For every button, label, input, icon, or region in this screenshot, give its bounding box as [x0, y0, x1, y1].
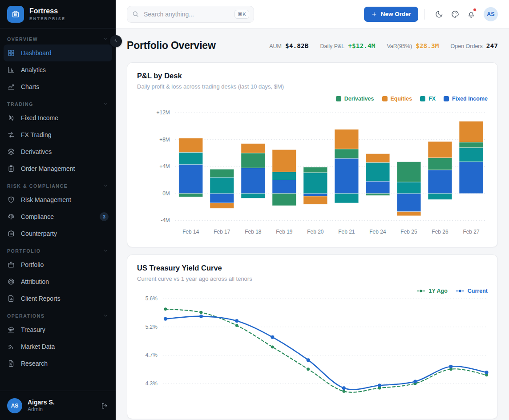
sidebar-item-label: Analytics: [21, 66, 46, 73]
pnl-legend: Derivatives Equities FX Fixed Income: [137, 96, 488, 102]
yield-card: US Treasury Yield Curve Current curve vs…: [127, 254, 498, 419]
svg-text:+12M: +12M: [157, 109, 170, 116]
svg-text:Feb 17: Feb 17: [214, 229, 230, 235]
sidebar-item-compliance[interactable]: Compliance3: [4, 208, 112, 225]
pnl-card: P&L by Desk Daily profit & loss across t…: [127, 62, 498, 247]
legend-item-equities: Equities: [382, 96, 412, 102]
bar-chart-icon: [7, 66, 15, 74]
sidebar-item-research[interactable]: Research: [4, 355, 112, 372]
svg-text:Feb 27: Feb 27: [463, 229, 480, 235]
sidebar-item-label: Client Reports: [21, 295, 61, 302]
section-header-trading[interactable]: TRADING: [0, 95, 116, 109]
kpi-stats: AUM $4.82BDaily P&L +$12.4MVaR(95%) $28.…: [269, 42, 498, 49]
candles-icon: [7, 114, 15, 122]
svg-text:Feb 14: Feb 14: [182, 229, 199, 235]
user-role: Admin: [28, 406, 55, 412]
swap-icon: [7, 131, 15, 139]
stat-value: $4.82B: [285, 42, 308, 49]
target-icon: [7, 278, 15, 286]
section-header-risk-compliance[interactable]: RISK & COMPLIANCE: [0, 177, 116, 191]
legend-label: Derivatives: [344, 96, 374, 102]
sidebar-item-portfolio[interactable]: Portfolio: [4, 256, 112, 273]
legend-item-current: Current: [456, 288, 488, 294]
section-label: PORTFOLIO: [7, 248, 41, 254]
sidebar-item-label: Dashboard: [21, 49, 52, 57]
sidebar-item-fx-trading[interactable]: FX Trading: [4, 126, 112, 143]
svg-text:Feb 21: Feb 21: [338, 229, 355, 235]
chevron-down-icon: [103, 313, 109, 319]
sidebar-item-analytics[interactable]: Analytics: [4, 61, 112, 78]
stat-value: $28.3M: [416, 42, 439, 49]
section-header-operations[interactable]: OPERATIONS: [0, 307, 116, 321]
svg-text:Feb 20: Feb 20: [307, 229, 324, 235]
briefcase-icon: [7, 261, 15, 269]
sidebar-item-fixed-income[interactable]: Fixed Income: [4, 109, 112, 126]
legend-swatch: [420, 96, 425, 101]
sidebar-item-label: Compliance: [21, 213, 54, 220]
sidebar-item-attribution[interactable]: Attribution: [4, 273, 112, 290]
legend-label: Current: [468, 288, 488, 294]
doc-icon: [7, 359, 15, 368]
logout-icon[interactable]: [101, 402, 109, 410]
pnl-bar-chart: +12M+8M+4M0M-4MFeb 14Feb 17Feb 18Feb 19F…: [137, 102, 488, 238]
sidebar-item-treasury[interactable]: Treasury: [4, 321, 112, 338]
search-input[interactable]: [143, 10, 231, 18]
sidebar-item-order-management[interactable]: Order Management: [4, 160, 112, 177]
sidebar-item-label: FX Trading: [21, 131, 51, 138]
section-label: RISK & COMPLIANCE: [7, 183, 68, 189]
sidebar-item-client-reports[interactable]: Client Reports: [4, 290, 112, 307]
bank-icon: [7, 230, 15, 238]
user-name: Aigars S.: [28, 399, 55, 406]
sidebar-item-label: Fixed Income: [21, 114, 58, 121]
topbar-avatar[interactable]: AS: [484, 7, 498, 21]
svg-text:+4M: +4M: [159, 163, 170, 170]
sidebar-item-label: Counterparty: [21, 230, 57, 237]
svg-text:Feb 26: Feb 26: [432, 229, 448, 235]
sidebar-item-label: Treasury: [21, 326, 45, 333]
svg-text:Feb 18: Feb 18: [245, 229, 262, 235]
sidebar-item-charts[interactable]: Charts: [4, 78, 112, 95]
new-order-button[interactable]: New Order: [364, 7, 418, 22]
svg-text:Feb 25: Feb 25: [400, 229, 417, 235]
sidebar-item-label: Market Data: [21, 343, 55, 350]
sidebar-item-label: Risk Management: [21, 196, 71, 203]
theme-toggle-button[interactable]: [431, 7, 447, 22]
sidebar-item-derivatives[interactable]: Derivatives: [4, 143, 112, 160]
notification-dot: [473, 8, 477, 12]
section-header-overview[interactable]: OVERVIEW: [0, 30, 116, 44]
stat-label: Daily P&L: [320, 43, 344, 49]
svg-text:+8M: +8M: [159, 137, 170, 143]
legend-label: FX: [428, 96, 436, 102]
notifications-button[interactable]: [463, 7, 479, 22]
user-info: Aigars S. Admin: [28, 399, 55, 412]
search-icon: [132, 10, 139, 18]
rss-icon: [7, 343, 15, 351]
section-label: OPERATIONS: [7, 313, 45, 319]
legend-marker-icon: [416, 289, 425, 293]
topbar-divider: [424, 9, 425, 20]
legend-item-derivatives: Derivatives: [336, 96, 374, 102]
yield-legend: 1Y Ago Current: [137, 288, 488, 294]
yield-line-chart: 5.6%5.2%4.7%4.3%: [137, 294, 488, 410]
sidebar-collapse-button[interactable]: [110, 35, 122, 47]
sidebar-item-counterparty[interactable]: Counterparty: [4, 225, 112, 242]
svg-text:5.2%: 5.2%: [145, 324, 158, 330]
sidebar-item-market-data[interactable]: Market Data: [4, 338, 112, 355]
trend-icon: [7, 83, 15, 91]
sidebar-item-risk-management[interactable]: Risk Management: [4, 191, 112, 208]
search-bar: ⌘K: [127, 6, 254, 23]
legend-item-fixed-income: Fixed Income: [444, 96, 488, 102]
sidebar-item-label: Research: [21, 360, 48, 367]
page-head: Portfolio Overview AUM $4.82BDaily P&L +…: [127, 40, 498, 52]
yield-card-subtitle: Current curve vs 1 year ago across all t…: [137, 275, 488, 282]
user-avatar[interactable]: AS: [7, 398, 22, 413]
grid-icon: [7, 49, 15, 57]
svg-text:-4M: -4M: [161, 218, 170, 224]
section-header-portfolio[interactable]: PORTFOLIO: [0, 242, 116, 256]
stat-label: VaR(95%): [387, 43, 412, 49]
sidebar-item-label: Portfolio: [21, 261, 44, 268]
brand-name: Fortress: [29, 7, 66, 15]
appearance-button[interactable]: [447, 7, 463, 22]
stat-value: 247: [486, 42, 498, 49]
sidebar-item-dashboard[interactable]: Dashboard: [4, 44, 112, 61]
